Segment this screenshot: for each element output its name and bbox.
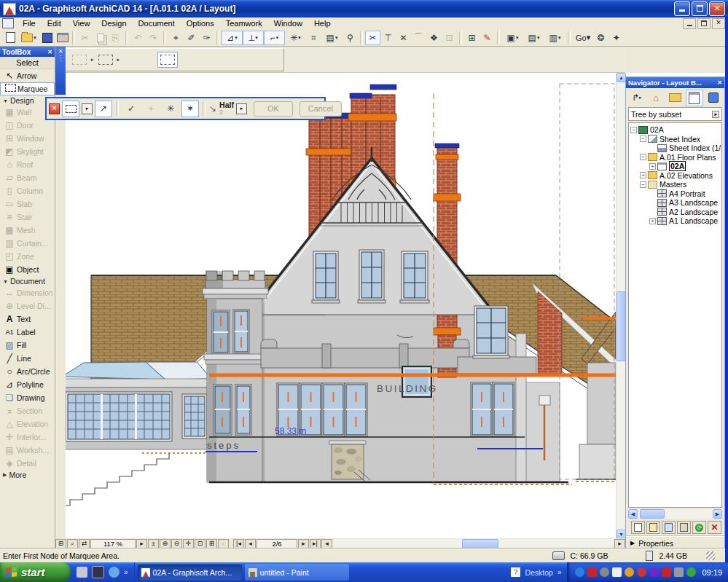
- snap-guides-button[interactable]: ⟂▾: [243, 31, 264, 45]
- tool-section[interactable]: ⌅Section: [0, 404, 55, 417]
- 3d-window-button[interactable]: ▤▾: [523, 31, 544, 45]
- tray-calendar-icon[interactable]: [612, 567, 622, 577]
- adjust-elements-button[interactable]: ⊤: [380, 31, 396, 45]
- marquee-mode-button[interactable]: [157, 52, 178, 68]
- properties-section[interactable]: ▶ Properties: [626, 536, 724, 549]
- tool-slab[interactable]: ▭Slab: [0, 197, 55, 211]
- marquee-poly-icon[interactable]: [98, 55, 113, 65]
- tool-worksheet[interactable]: ▤Worksh...: [0, 444, 55, 457]
- menu-view[interactable]: View: [67, 18, 96, 28]
- minimize-button[interactable]: [674, 1, 690, 16]
- coordinates-button[interactable]: ⌗: [306, 31, 321, 45]
- collapse-icon[interactable]: −: [640, 154, 646, 160]
- document-window-icon[interactable]: [2, 18, 14, 28]
- zoom-out-button[interactable]: ⊖: [171, 539, 182, 548]
- input-option[interactable]: ↘ Half 2: [209, 101, 234, 116]
- navigator-title-bar[interactable]: Navigator - Layout B...✕: [626, 77, 724, 88]
- navigator-close-icon[interactable]: ✕: [717, 79, 722, 86]
- tool-fill[interactable]: ▨Fill: [0, 339, 55, 352]
- tool-text[interactable]: AText: [0, 312, 55, 326]
- new-subset-button[interactable]: [646, 521, 660, 534]
- layout-book-button[interactable]: [686, 90, 702, 106]
- publisher-button[interactable]: [705, 90, 722, 106]
- tool-arrow[interactable]: ↖Arrow: [0, 69, 55, 82]
- tool-dimension[interactable]: ↔Dimension: [0, 286, 55, 299]
- relative-construction-button[interactable]: ⌐▾: [264, 31, 285, 45]
- tree-item-02a-layout[interactable]: + 02A: [629, 162, 721, 171]
- quick-launch-media-icon[interactable]: [92, 566, 104, 578]
- tray-divx-icon[interactable]: [649, 567, 659, 577]
- restore-button[interactable]: [692, 1, 708, 16]
- new-layout-button[interactable]: [631, 521, 645, 534]
- ok-button[interactable]: OK: [254, 101, 293, 117]
- relative-origin-button[interactable]: +: [142, 101, 160, 117]
- tool-skylight[interactable]: ◩Skylight: [0, 145, 55, 158]
- tree-item-a1-landscape[interactable]: + A1 Landscape: [629, 216, 721, 226]
- update-button[interactable]: ⟳: [692, 521, 706, 534]
- marquee-draw-button[interactable]: [62, 101, 79, 117]
- menu-help[interactable]: Help: [308, 18, 337, 28]
- mdi-close-button[interactable]: ✕: [712, 18, 725, 29]
- tool-window[interactable]: ⊞Window: [0, 132, 55, 145]
- teamwork-chat-button[interactable]: ❂: [593, 31, 608, 45]
- tool-label[interactable]: A1Label: [0, 326, 55, 339]
- internet-explorer-icon[interactable]: [109, 567, 120, 578]
- taskbar-clock[interactable]: 09:19: [702, 568, 722, 577]
- modify-button[interactable]: ⊞: [464, 31, 480, 45]
- preview-button[interactable]: ⌕: [67, 539, 78, 548]
- find-select-button[interactable]: ⌖: [168, 31, 184, 45]
- annotate-button[interactable]: ✎: [480, 31, 495, 45]
- tool-beam[interactable]: ▱Beam: [0, 171, 55, 184]
- desktop-overflow-icon[interactable]: »: [557, 568, 562, 576]
- properties-expand-icon[interactable]: ▶: [630, 540, 635, 546]
- pan-button[interactable]: ✛: [183, 539, 194, 548]
- tree-mode-dropdown[interactable]: Tree by subset▸: [628, 107, 722, 121]
- print-button[interactable]: [55, 31, 70, 45]
- zoom-selection-button[interactable]: ⊞: [206, 539, 217, 548]
- project-chooser-button[interactable]: ↱▸: [628, 90, 645, 106]
- favorites-button[interactable]: ▤▾: [321, 31, 343, 45]
- delete-button[interactable]: ✕: [708, 521, 721, 534]
- gravity-button[interactable]: ⊿▾: [222, 31, 243, 45]
- zoom-menu-icon[interactable]: ▸: [136, 539, 147, 548]
- new-document-button[interactable]: [3, 31, 18, 45]
- toolbox-more-header[interactable]: ▶More: [0, 470, 55, 480]
- cancel-button[interactable]: Cancel: [300, 101, 342, 117]
- new-drawing-button[interactable]: [662, 521, 676, 534]
- palette-close-icon[interactable]: ✕: [49, 103, 60, 114]
- tree-item-sheet-index[interactable]: − Sheet Index: [629, 135, 721, 144]
- expand-icon[interactable]: +: [649, 218, 656, 224]
- floor-plan-window-button[interactable]: ▣▾: [502, 31, 523, 45]
- help-icon[interactable]: ?: [511, 567, 520, 577]
- horizontal-scroll-thumb[interactable]: [462, 539, 498, 548]
- arrange-button[interactable]: ⇄: [79, 539, 90, 548]
- tray-alert-icon[interactable]: [625, 567, 634, 577]
- resize-grip[interactable]: [706, 551, 715, 560]
- horizontal-scrollbar[interactable]: [333, 539, 614, 548]
- desktop-label[interactable]: Desktop: [525, 568, 553, 577]
- tool-stair[interactable]: ≡Stair: [0, 211, 55, 224]
- next-page-button[interactable]: ▸: [298, 539, 309, 548]
- tree-item-masters[interactable]: − Masters: [629, 180, 721, 189]
- menu-design[interactable]: Design: [95, 18, 132, 28]
- walk-mode-button[interactable]: ✦: [608, 31, 624, 45]
- zoom-level-field[interactable]: 117 %: [90, 539, 136, 548]
- tool-interior-elevation[interactable]: ✛Interior...: [0, 430, 55, 444]
- layout-window-button[interactable]: ▥▾: [544, 31, 565, 45]
- tool-object[interactable]: ▣Object: [0, 263, 55, 276]
- tree-item-project-root[interactable]: − 02A: [629, 125, 721, 135]
- toolbox-close-icon[interactable]: ✕: [47, 49, 52, 55]
- tool-arc-circle[interactable]: ○Arc/Circle: [0, 365, 55, 378]
- first-page-button[interactable]: |◂: [233, 539, 244, 548]
- nav-scroll-left-icon[interactable]: ◀: [628, 509, 638, 519]
- nav-scroll-right-icon[interactable]: ▶: [713, 509, 722, 519]
- tool-polyline[interactable]: ⊿Polyline: [0, 378, 55, 391]
- tool-detail[interactable]: ◈Detail: [0, 457, 55, 470]
- copy-button[interactable]: [93, 31, 108, 45]
- open-file-button[interactable]: ▾: [18, 31, 39, 45]
- paste-button[interactable]: ⎘: [108, 31, 123, 45]
- toolbox-document-header[interactable]: ▼Document: [0, 276, 55, 286]
- tray-back-icon[interactable]: [575, 567, 584, 577]
- docked-palette-handle[interactable]: ✕⋮: [55, 47, 66, 95]
- intersect-button[interactable]: ✕: [396, 31, 411, 45]
